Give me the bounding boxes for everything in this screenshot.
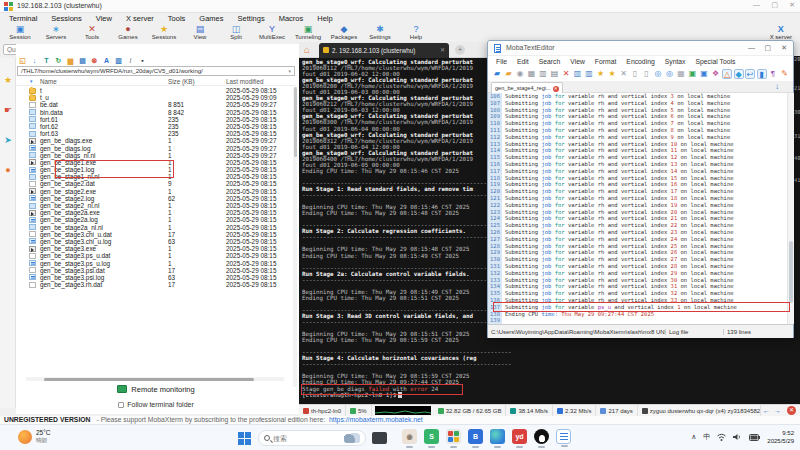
- taskbar-notes-icon[interactable]: [556, 429, 571, 444]
- chart-icon[interactable]: ▥: [114, 56, 123, 65]
- filter-icon[interactable]: T: [42, 56, 51, 65]
- highlight-icon[interactable]: ▣: [688, 69, 698, 79]
- taskbar-contact-icon[interactable]: ◉: [402, 429, 417, 444]
- xserver-button[interactable]: X X server: [770, 24, 792, 41]
- taskbar-clock[interactable]: 9:52 2025/5/29: [767, 429, 794, 445]
- delta-icon[interactable]: △: [722, 69, 732, 79]
- task-view-button[interactable]: [372, 432, 387, 444]
- menu-tools[interactable]: Tools: [161, 13, 193, 24]
- file-row[interactable]: fort.622352025-05-29 08:15: [16, 123, 292, 130]
- column-mode-icon[interactable]: ▮: [757, 69, 767, 79]
- menu-games[interactable]: Games: [192, 13, 230, 24]
- hand-icon[interactable]: ☛: [0, 102, 16, 118]
- editor-maximize-icon[interactable]: ▢: [764, 44, 771, 52]
- file-row[interactable]: gen_be_stage2_nl.nl12025-05-29 08:15: [16, 202, 292, 209]
- file-row[interactable]: gen_be_stage2a.log12025-05-29 08:15: [16, 216, 292, 223]
- file-row[interactable]: be.dat8 8512025-05-29 09:27: [16, 101, 292, 108]
- file-row[interactable]: gen_be_stage3.chi_u.dat172025-05-29 08:1…: [16, 231, 292, 238]
- refresh-icon[interactable]: ↻: [54, 56, 63, 65]
- paste-icon[interactable]: ▯: [642, 69, 652, 79]
- record-icon[interactable]: ◉: [515, 69, 525, 79]
- indent-left-icon[interactable]: ▥: [573, 69, 583, 79]
- taskbar-b-icon[interactable]: B: [468, 429, 483, 444]
- file-row[interactable]: gen_be_diags.log12025-05-29 09:27: [16, 145, 292, 152]
- toolbar-tunneling-button[interactable]: ▣Tunneling: [290, 24, 326, 42]
- battery-icon[interactable]: [749, 434, 760, 441]
- print-icon[interactable]: ▤: [550, 69, 560, 79]
- file-row[interactable]: t_u2025-05-29 09:09: [16, 94, 292, 101]
- delete-icon[interactable]: ⊗: [90, 56, 99, 65]
- toolbar-split-button[interactable]: ◫Split: [218, 24, 254, 42]
- editor-menu-format[interactable]: Format: [590, 56, 622, 68]
- menu-x-server[interactable]: X server: [119, 13, 161, 24]
- file-list-hscrollbar[interactable]: [26, 377, 284, 381]
- file-row[interactable]: gen_be_stage3.ps_u.log12025-05-29 08:15: [16, 260, 292, 267]
- file-row[interactable]: gen_be_stage1_nl.nl12025-05-29 08:15: [16, 173, 292, 180]
- taskbar-green-s-icon[interactable]: S: [424, 429, 439, 444]
- editor-tab[interactable]: gen_be_stage4_regi...✕: [491, 82, 563, 93]
- editor-titlebar[interactable]: MobaTextEditor — ▢ ✕: [488, 41, 793, 56]
- editor-close-icon[interactable]: ✕: [781, 44, 787, 52]
- file-row[interactable]: gen_be_stage3.exe12025-05-29 08:15: [16, 245, 292, 252]
- sessions-star-icon[interactable]: ★: [0, 72, 16, 88]
- screen-icon[interactable]: ▪: [138, 56, 147, 65]
- replace-icon[interactable]: ◎: [665, 69, 675, 79]
- file-list-vscrollbar[interactable]: [293, 87, 297, 387]
- indent-right-icon[interactable]: ▥: [584, 69, 594, 79]
- editor-menu-special-tools[interactable]: Special Tools: [690, 56, 740, 68]
- file-row[interactable]: gen_be_stage3.psi.log632025-05-29 08:15: [16, 274, 292, 281]
- search-input[interactable]: [273, 435, 341, 442]
- volume-icon[interactable]: [733, 433, 742, 441]
- taskbar-qq-icon[interactable]: [534, 429, 549, 444]
- next-session-icon[interactable]: →: [772, 407, 783, 414]
- save-icon[interactable]: ▦: [527, 69, 537, 79]
- file-row[interactable]: bin.data8 8422025-05-29 08:15: [16, 109, 292, 116]
- taskbar-youdao-icon[interactable]: yd: [512, 429, 527, 444]
- editor-tab-close-icon[interactable]: ✕: [553, 86, 559, 92]
- editor-menu-file[interactable]: File: [491, 56, 512, 68]
- toolbar-games-button[interactable]: ●Games: [110, 24, 146, 42]
- new-file-icon[interactable]: ▤: [78, 56, 87, 65]
- rename-icon[interactable]: A: [102, 56, 111, 65]
- editor-menu-view[interactable]: View: [565, 56, 590, 68]
- paper-plane-icon[interactable]: ➤: [0, 132, 16, 148]
- tab-close-icon[interactable]: ✕: [440, 43, 445, 58]
- tools-icon[interactable]: /: [126, 56, 135, 65]
- mobatek-link[interactable]: https://mobaxterm.mobatek.net: [329, 416, 423, 423]
- theme-icon[interactable]: ❖: [711, 69, 721, 79]
- file-row[interactable]: gen_be_stage2.log622025-05-29 08:15: [16, 195, 292, 202]
- folder-up-icon[interactable]: ◱: [18, 56, 27, 65]
- remote-monitoring-button[interactable]: Remote monitoring: [16, 385, 296, 394]
- close-file-icon[interactable]: ✕: [561, 69, 571, 79]
- status-close-icon[interactable]: ✕: [787, 406, 796, 415]
- path-bar[interactable]: ▾/THL7/home/clusterwhu/wym/WRFDA/run_20d…: [17, 66, 295, 76]
- cut-icon[interactable]: ✕: [619, 69, 629, 79]
- file-row[interactable]: gen_be_stage1.log12025-05-29 08:15: [16, 166, 292, 173]
- editor-menu-search[interactable]: Search: [534, 56, 566, 68]
- editor-content[interactable]: 106Submitting job for variable rh and ve…: [488, 93, 786, 324]
- toolbar-servers-button[interactable]: ∗Servers: [38, 24, 74, 42]
- minimize-icon[interactable]: —: [753, 1, 760, 8]
- toolbar-packages-button[interactable]: ◆Packages: [326, 24, 362, 42]
- toolbar-help-button[interactable]: ?Help: [398, 24, 434, 42]
- editor-vscrollbar[interactable]: [787, 93, 794, 324]
- favorite-icon[interactable]: ★: [596, 69, 606, 79]
- search-icon[interactable]: ◎: [653, 69, 663, 79]
- scroll-down-icon[interactable]: ↓: [775, 82, 779, 91]
- save-all-icon[interactable]: ▥: [538, 69, 548, 79]
- download-icon[interactable]: ↓: [30, 56, 39, 65]
- pilcrow-icon[interactable]: ¶: [768, 69, 778, 79]
- file-row[interactable]: gen_be_stage3.psi.dat172025-05-29 08:15: [16, 267, 292, 274]
- file-row[interactable]: gen_be_diags.exe12025-05-29 09:27: [16, 137, 292, 144]
- taskbar-edge-icon[interactable]: [490, 429, 505, 444]
- editor-minimize-icon[interactable]: —: [748, 44, 755, 51]
- file-row[interactable]: t2025-05-29 08:15: [16, 87, 292, 94]
- file-row[interactable]: gen_be_stage3.ps_u.dat12025-05-29 08:15: [16, 252, 292, 259]
- file-row[interactable]: gen_be_diags_nl.nl12025-05-29 09:27: [16, 152, 292, 159]
- editor-menu-edit[interactable]: Edit: [512, 56, 534, 68]
- maximize-icon[interactable]: ▢: [771, 1, 778, 9]
- edit-pencil-icon[interactable]: ✎: [780, 69, 790, 79]
- open-folder-icon[interactable]: ▆: [66, 56, 75, 65]
- checkbox-icon[interactable]: [118, 402, 124, 408]
- color-icon[interactable]: ▣: [699, 69, 709, 79]
